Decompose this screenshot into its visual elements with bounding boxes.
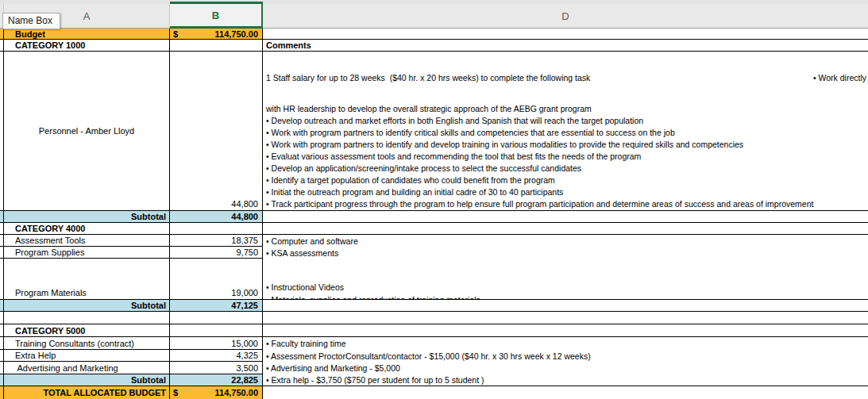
cell-subtotal-1000-label[interactable]: Subtotal (4, 211, 170, 223)
row-program-materials: Program Materials 19,000 • Instructional… (0, 259, 868, 300)
comment-line-right: • Work directly (813, 72, 866, 84)
comment-line: • Work with program partners to identify… (266, 139, 866, 151)
selected-column-top-marker (170, 2, 263, 4)
row-empty (0, 312, 868, 324)
program-materials-label: Program Materials (15, 288, 87, 297)
cell-total-comment-empty[interactable] (263, 386, 868, 399)
comment-line: • Materials, supplies and reproduction o… (266, 294, 866, 300)
cell-personnel-comments[interactable]: 1 Staff salary for up to 28 weeks ($40 h… (263, 52, 868, 211)
row-total: TOTAL ALLOCATED BUDGET $ 114,750.00 (0, 386, 868, 399)
comment-line-left: 1 Staff salary for up to 28 weeks ($40 h… (266, 72, 590, 84)
cell-category-5000-comment-empty[interactable] (263, 324, 868, 337)
cell-subtotal-1000-amount[interactable]: 44,800 (170, 211, 263, 223)
cell-budget-label[interactable]: Budget (4, 29, 170, 40)
cell-training-consultants-label[interactable]: Training Consultants (contract) (4, 337, 170, 350)
cell-category-4000-comment-empty[interactable] (263, 223, 868, 235)
row-budget: Budget $ 114,750.00 (0, 29, 868, 40)
cell-assessment-tools-comment[interactable]: • Computer and software (263, 235, 868, 247)
cell-subtotal-1000-comment-empty[interactable] (263, 211, 868, 223)
cell-advertising-label[interactable]: Advertising and Marketing (4, 362, 170, 374)
personnel-amount: 44,800 (231, 199, 258, 209)
cell-personnel-amount[interactable]: 44,800 (170, 52, 263, 211)
cell-program-materials-comments[interactable]: • Instructional Videos• Materials, suppl… (263, 259, 868, 300)
row-subtotal-4000: Subtotal 47,125 (0, 300, 868, 312)
comment-line: • Develop outreach and market efforts in… (266, 115, 866, 127)
row-category-1000: CATEGORY 1000 Comments (0, 40, 868, 52)
cell-budget-comment-empty[interactable] (263, 29, 868, 40)
comment-line: with HR leadership to develop the overal… (266, 103, 866, 115)
row-category-5000: CATEGORY 5000 (0, 324, 868, 337)
comment-line: • Instructional Videos (266, 282, 866, 294)
top-strip (0, 0, 868, 4)
cell-subtotal-4000-amount[interactable]: 47,125 (170, 300, 263, 312)
comment-line: • Evaluat various assessment tools and r… (266, 151, 866, 163)
comment-line: • Work with program partners to identify… (266, 127, 866, 139)
cell-advertising-comment[interactable]: • Advertising and Marketing - $5,000 (263, 362, 868, 374)
cell-subtotal-4000-comment-empty[interactable] (263, 300, 868, 312)
row-category-4000: CATEGORY 4000 (0, 223, 868, 235)
cell-budget-amount[interactable]: $ 114,750.00 (170, 29, 263, 40)
cell-training-consultants-amount[interactable]: 15,000 (170, 337, 263, 350)
spreadsheet: A B D Name Box Budget $ 114,750.00 CATEG… (0, 0, 868, 399)
row-advertising-marketing: Advertising and Marketing 3,500 • Advert… (0, 362, 868, 374)
comment-line: 1 Staff salary for up to 28 weeks ($40 h… (266, 72, 866, 84)
row-subtotal-1000: Subtotal 44,800 (0, 211, 868, 223)
cell-empty[interactable] (263, 312, 868, 324)
cell-advertising-amount[interactable]: 3,500 (170, 362, 263, 374)
comment-lines: • Instructional Videos• Materials, suppl… (266, 282, 866, 300)
cell-category-5000-label[interactable]: CATEGORY 5000 (4, 324, 170, 337)
cell-category-4000-empty[interactable] (170, 223, 263, 235)
column-headers-row: A B D (0, 4, 868, 29)
comment-line: • Track participant progress through the… (266, 198, 866, 210)
row-training-consultants: Training Consultants (contract) 15,000 •… (0, 337, 868, 350)
cell-empty[interactable] (4, 312, 170, 324)
cell-assessment-tools-label[interactable]: Assessment Tools (4, 235, 170, 247)
cell-category-4000-label[interactable]: CATEGORY 4000 (4, 223, 170, 235)
cell-subtotal-4000-label[interactable]: Subtotal (4, 300, 170, 312)
comment-line: • Develop an application/screening/intak… (266, 163, 866, 175)
name-box-tooltip: Name Box (2, 13, 60, 29)
cell-total-amount[interactable]: $ 114,750.00 (170, 386, 263, 399)
cell-extra-help-label[interactable]: Extra Help (4, 350, 170, 362)
cell-program-materials-label[interactable]: Program Materials (4, 259, 170, 300)
currency-symbol: $ (173, 388, 178, 397)
budget-amount: 114,750.00 (215, 29, 258, 39)
cell-subtotal-5000-comment[interactable]: • Extra help - $3,750 ($750 per student … (263, 374, 868, 386)
comment-line: • Initiat the outreach program and build… (266, 186, 866, 198)
cell-extra-help-amount[interactable]: 4,325 (170, 350, 263, 362)
cell-subtotal-5000-label[interactable]: Subtotal (4, 374, 170, 386)
row-personnel: Personnel - Amber Lloyd 44,800 1 Staff s… (0, 52, 868, 211)
column-header-d[interactable]: D (263, 4, 868, 29)
cell-empty[interactable] (170, 312, 263, 324)
cell-program-supplies-amount[interactable]: 9,750 (170, 247, 263, 259)
comment-lines: with HR leadership to develop the overal… (266, 103, 866, 211)
cell-personnel-label[interactable]: Personnel - Amber Lloyd (4, 52, 170, 211)
cell-extra-help-comment[interactable]: • Assessment ProctorConsultant/contactor… (263, 350, 868, 362)
total-amount: 114,750.00 (215, 388, 258, 397)
cell-training-consultants-comment[interactable]: • Faculty training time (263, 337, 868, 350)
cell-category-1000-empty[interactable] (170, 40, 263, 52)
comment-line: • Identify a target population of candid… (266, 175, 866, 186)
row-extra-help: Extra Help 4,325 • Assessment ProctorCon… (0, 350, 868, 362)
row-program-supplies: Program Supplies 9,750 • KSA assessments (0, 247, 868, 259)
row-subtotal-5000: Subtotal 22,825 • Extra help - $3,750 ($… (0, 374, 868, 386)
row-assessment-tools: Assessment Tools 18,375 • Computer and s… (0, 235, 868, 247)
cell-program-materials-amount[interactable]: 19,000 (170, 259, 263, 300)
column-header-b-selected[interactable]: B (170, 4, 263, 29)
program-materials-amount: 19,000 (231, 288, 258, 297)
cell-total-label[interactable]: TOTAL ALLOCATED BUDGET (4, 386, 170, 399)
cell-subtotal-5000-amount[interactable]: 22,825 (170, 374, 263, 386)
cell-category-1000-label[interactable]: CATEGORY 1000 (4, 40, 170, 52)
cell-program-supplies-label[interactable]: Program Supplies (4, 247, 170, 259)
currency-symbol: $ (173, 29, 178, 39)
cell-assessment-tools-amount[interactable]: 18,375 (170, 235, 263, 247)
cell-comments-header[interactable]: Comments (263, 40, 868, 52)
cell-program-supplies-comment[interactable]: • KSA assessments (263, 247, 868, 259)
cell-category-5000-empty[interactable] (170, 324, 263, 337)
